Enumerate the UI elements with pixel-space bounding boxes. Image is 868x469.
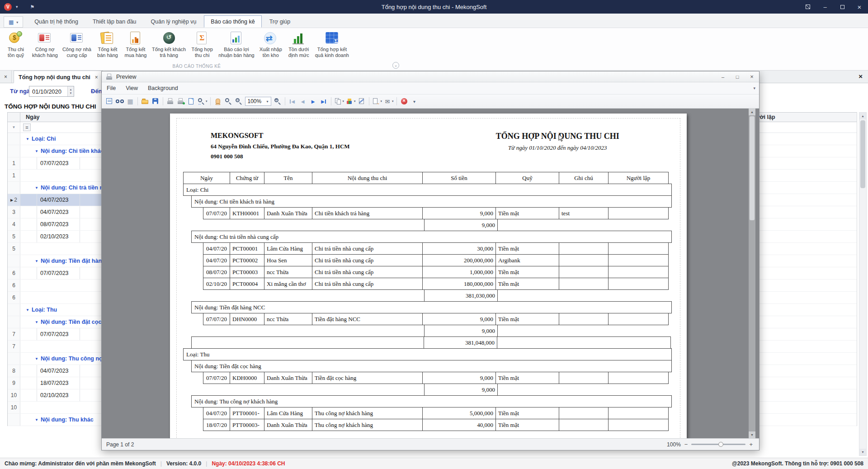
ribbon-tab-2[interactable]: Quản lý nghiệp vụ	[144, 15, 203, 28]
toolbar-zoom-out-button[interactable]	[234, 96, 244, 107]
ribbon-button-tong-hop-ket-qua-kinh-doanh[interactable]: Tổng hợp kếtquả kinh doanh	[313, 29, 351, 59]
date-cell[interactable]: 02/10/2023	[37, 389, 80, 401]
date-cell[interactable]: 04/07/2023	[37, 194, 80, 206]
collapse-node-icon[interactable]: ▼	[26, 137, 29, 141]
preview-minimize-button[interactable]: –	[716, 71, 730, 82]
quick-access-dropdown-icon[interactable]: ▾	[16, 5, 18, 9]
date-cell[interactable]: 07/07/2023	[37, 157, 80, 169]
app-menu-tab[interactable]: ▦ ▾	[4, 16, 23, 28]
toolbar-separator	[331, 97, 331, 105]
toolbar-page-color-button[interactable]: ▾	[345, 96, 356, 107]
zoom-slider-knob[interactable]	[718, 442, 723, 447]
ribbon-button-tong-hop-thu-chi[interactable]: Tổng hợpthu chi	[188, 29, 216, 59]
toolbar-email-button[interactable]: ▾	[383, 96, 394, 107]
ribbon-button-thu-chi-ton-quy[interactable]: Thu chitồn quỹ	[2, 29, 30, 59]
toolbar-export-button[interactable]: ▾	[372, 96, 383, 107]
pin-icon[interactable]: ⚑	[30, 4, 35, 10]
tab-close-icon[interactable]: ×	[95, 74, 98, 81]
preview-scrollbar[interactable]: ▲ ▼	[749, 109, 755, 438]
menu-background[interactable]: Background	[143, 83, 183, 94]
tab-strip-close-button[interactable]: ×	[0, 71, 12, 83]
collapse-node-icon[interactable]: ▼	[35, 259, 38, 263]
menu-view[interactable]: View	[121, 83, 143, 94]
preview-titlebar[interactable]: Preview – □ ×	[102, 71, 759, 82]
collapse-node-icon[interactable]: ▼	[35, 320, 38, 324]
workspace-scrollbar[interactable]: ▲ ▼	[859, 112, 867, 456]
toolbar-multi-page-button[interactable]: ▾	[334, 96, 345, 107]
zoom-slider[interactable]	[691, 444, 745, 445]
collapse-node-icon[interactable]: ▼	[26, 308, 29, 312]
zoom-minus-button[interactable]: −	[684, 441, 688, 448]
toolbar-print-button[interactable]	[165, 96, 175, 107]
support-text: @2023 MekongSoft. Thông tin hỗ trợ: 0901…	[732, 460, 863, 467]
toolbar-hand-tool-button[interactable]	[213, 96, 223, 107]
close-button[interactable]: ×	[851, 0, 868, 14]
ribbon-button-bao-cao-loi-nhuan-ban-hang[interactable]: Báo cáo lợinhuận bán hàng	[216, 29, 257, 59]
date-cell[interactable]: 18/07/2023	[37, 377, 80, 389]
collapse-node-icon[interactable]: ▼	[35, 186, 38, 190]
date-spinner[interactable]: ▲▼	[67, 86, 74, 96]
date-cell[interactable]: 07/07/2023	[37, 267, 80, 279]
toolbar-open-button[interactable]	[140, 96, 150, 107]
scroll-up-icon[interactable]: ▲	[859, 113, 866, 119]
maximize-button[interactable]	[834, 0, 851, 14]
toolbar-close-preview-button[interactable]	[399, 96, 409, 107]
ribbon-tab-1[interactable]: Thiết lập ban đầu	[86, 15, 143, 28]
doc-subgroup-row: Nội dung: Tiền đặt hàng NCC	[191, 301, 672, 313]
ribbon-button-tong-ket-mua-hang[interactable]: Tổng kếtmua hàng	[122, 29, 150, 59]
ribbon-button-label: Tổng hợpthu chi	[191, 47, 213, 58]
ribbon-button-tong-ket-khach-tra-hang[interactable]: Tổng kết kháchtrả hàng	[150, 29, 188, 59]
toolbar-quick-print-button[interactable]	[176, 96, 186, 107]
toolbar-first-page-button[interactable]	[288, 96, 297, 107]
zoom-plus-button[interactable]: +	[749, 441, 753, 448]
zoom-combo[interactable]: 100%▾	[245, 97, 271, 106]
toolbar-overflow-arrow-button[interactable]	[410, 96, 420, 107]
ribbon-button-tong-ket-ban-hang[interactable]: Tổng kếtbán hàng	[94, 29, 122, 59]
collapse-node-icon[interactable]: ▼	[35, 357, 38, 361]
ribbon-button-cong-no-nha-cung-cap[interactable]: Công nợ nhàcung cấp	[60, 29, 94, 59]
date-cell[interactable]: 07/07/2023	[37, 328, 80, 340]
menu-file[interactable]: File	[102, 83, 121, 94]
collapse-node-icon[interactable]: ▼	[35, 149, 38, 153]
date-cell[interactable]: 04/07/2023	[37, 206, 80, 218]
toolbar-last-page-button[interactable]	[319, 96, 329, 107]
toolbar-watermark-button[interactable]	[357, 96, 367, 107]
collapse-node-icon[interactable]: ▼	[35, 418, 38, 422]
toolbar-prev-page-button[interactable]	[298, 96, 308, 107]
minimize-button[interactable]: –	[816, 0, 834, 14]
toolbar-search-button[interactable]	[115, 96, 125, 107]
date-column-header[interactable]: Ngày	[20, 114, 40, 120]
filter-equals-button[interactable]: =	[23, 123, 31, 131]
date-cell[interactable]: 08/07/2023	[37, 218, 80, 230]
ribbon-button-ton-duoi-dinh-muc[interactable]: Tồn dướiđịnh mức	[285, 29, 313, 59]
preview-scroll-up-icon[interactable]: ▲	[749, 109, 755, 115]
date-cell[interactable]: 04/07/2023	[37, 365, 80, 377]
toolbar-magnifier-button[interactable]	[223, 96, 233, 107]
toolbar-scale-button[interactable]: ▾	[197, 96, 208, 107]
from-date-field[interactable]: ▲▼	[29, 86, 74, 97]
scroll-thumb[interactable]	[860, 120, 865, 188]
toolbar-document-map-button[interactable]	[104, 96, 114, 107]
toolbar-next-page-button[interactable]	[308, 96, 318, 107]
toolbar-page-setup-button[interactable]	[186, 96, 196, 107]
toolbar-thumbnails-button[interactable]	[125, 96, 135, 107]
ribbon-button-xuat-nhap-ton-kho[interactable]: Xuất nhậptồn kho	[257, 29, 285, 59]
ribbon-tab-4[interactable]: Trợ giúp	[263, 15, 297, 28]
preview-maximize-button[interactable]: □	[730, 71, 745, 82]
preview-scroll-thumb[interactable]	[750, 116, 755, 220]
scroll-down-icon[interactable]: ▼	[859, 449, 866, 455]
menubar-overflow-icon[interactable]: ▾	[753, 86, 759, 90]
date-cell[interactable]: 02/10/2023	[37, 231, 80, 242]
fullscreen-button[interactable]	[799, 0, 816, 14]
app-logo[interactable]: V	[4, 3, 12, 11]
preview-close-button[interactable]: ×	[745, 71, 759, 82]
toolbar-zoom-in-button[interactable]	[273, 96, 283, 107]
ribbon-tab-0[interactable]: Quản trị hệ thống	[28, 15, 85, 28]
preview-scroll-down-icon[interactable]: ▼	[749, 431, 755, 438]
document-tab[interactable]: Tổng hợp nội dung thu chi ×	[14, 71, 103, 83]
collapse-ribbon-button[interactable]: ⌄	[392, 62, 399, 69]
toolbar-save-button[interactable]	[151, 96, 160, 107]
workspace-close-icon[interactable]: ×	[859, 72, 863, 80]
ribbon-button-cong-no-khach-hang[interactable]: Công nợkhách hàng	[30, 29, 60, 59]
ribbon-tab-3[interactable]: Báo cáo thống kê	[204, 15, 261, 28]
